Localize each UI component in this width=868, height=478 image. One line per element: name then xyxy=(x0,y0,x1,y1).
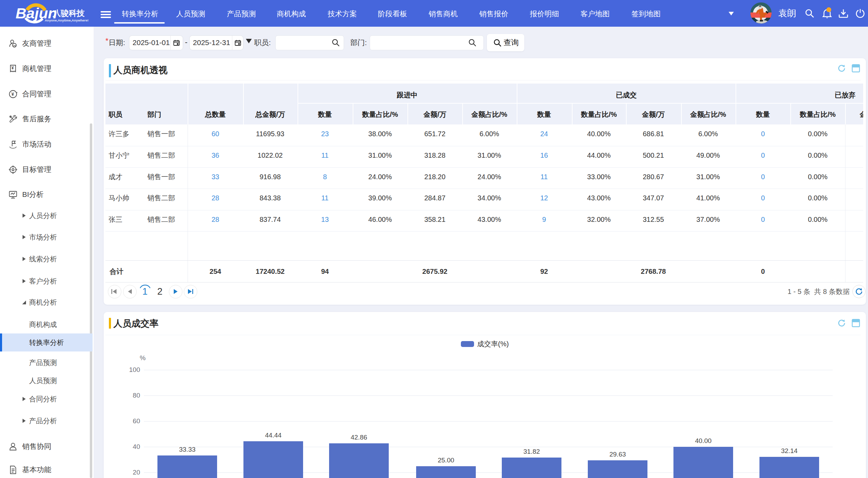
svg-text:Anyone,Anytime,Anywhere!: Anyone,Anytime,Anywhere! xyxy=(45,18,88,22)
svg-text:¥: ¥ xyxy=(11,66,14,70)
svg-text:¥: ¥ xyxy=(11,92,14,97)
svg-text:八骏科技: 八骏科技 xyxy=(52,9,85,18)
svg-text:vs: vs xyxy=(13,44,16,47)
